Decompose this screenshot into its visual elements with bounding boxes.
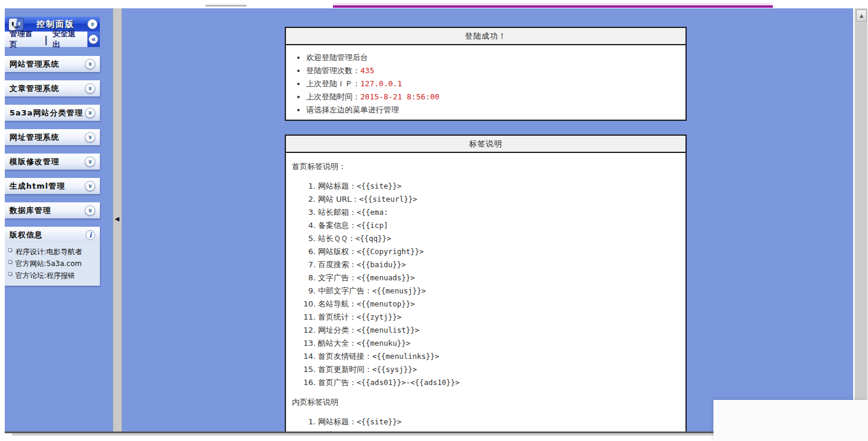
- expand-button[interactable]: »: [85, 83, 95, 93]
- sidebar-resize-handle[interactable]: ◀: [113, 8, 122, 431]
- list-item: 站长邮箱：<{{ema:: [318, 206, 680, 219]
- template-tag: <{{menuku}}>: [357, 339, 410, 348]
- chevron-double-left-icon: «: [91, 36, 96, 43]
- list-item: 欢迎登陆管理后台: [306, 51, 680, 64]
- list-item: 官方论坛:程序报错: [8, 270, 96, 282]
- list-item: 首页统计：<{{zytj}}>: [318, 311, 680, 324]
- square-bullet-icon: [8, 248, 12, 252]
- list-item: 站长ＱＱ：<{{qq}}>: [318, 232, 680, 245]
- list-item: 首页广告：<{{ads01}}>-<{{ads10}}>: [318, 376, 680, 389]
- panel-body: 欢迎登陆管理后台 登陆管理次数：435 上次登陆ＩＰ：127.0.0.1 上次登…: [286, 45, 685, 118]
- list-item: 首页更新时间：<{{sysj}}>: [318, 363, 680, 376]
- menu-label: 数据库管理: [10, 205, 85, 216]
- menu-label: 网站管理系统: [10, 59, 85, 70]
- chevron-double-down-icon: »: [86, 111, 93, 115]
- list-item: 百度搜索：<{{baidu}}>: [318, 258, 680, 271]
- chevron-double-down-icon: »: [86, 86, 93, 91]
- chevron-double-down-icon: »: [86, 184, 93, 189]
- template-tag: <{{menuads}}>: [357, 273, 415, 282]
- copyright-box: 版权信息 i 程序设计:电影导航者 官方网站:5a3a.com 官方论坛:程序报…: [5, 227, 100, 286]
- copyright-text: 官方论坛:程序报错: [15, 270, 75, 282]
- expand-button[interactable]: »: [85, 157, 95, 167]
- decorative-purple-bar: [333, 5, 773, 8]
- workspace: 控制面版 » 管理首页 | 安全退出 « 网站管理系统 » 文章管理系统 » 5…: [5, 8, 853, 431]
- template-tag: <{{icp]: [357, 221, 388, 230]
- overlay-blank-box: [713, 400, 868, 441]
- home-tags-list: 网站标题：<{{site}}> 网站 URL：<{{siteurl}}> 站长邮…: [292, 180, 680, 389]
- menu-label: 5a3a网站分类管理: [10, 108, 85, 118]
- menu-label: 模版修改管理: [10, 157, 85, 167]
- template-tag: <{{site}}>: [357, 417, 401, 426]
- panel-body: 首页标签说明： 网站标题：<{{site}}> 网站 URL：<{{siteur…: [286, 153, 685, 431]
- chevron-double-down-icon: »: [86, 159, 93, 164]
- list-item: 上次登陆时间：2015-8-21 8:56:00: [306, 90, 680, 104]
- nav-admin-home-link[interactable]: 管理首页: [5, 29, 44, 50]
- chevron-double-down-icon: »: [86, 135, 93, 140]
- tag-description-panel: 标签说明 首页标签说明： 网站标题：<{{site}}> 网站 URL：<{{s…: [285, 135, 687, 431]
- sidebar-item-category-management[interactable]: 5a3a网站分类管理 »: [5, 105, 100, 121]
- sidebar-hide-button[interactable]: «: [89, 35, 98, 44]
- panel-title: 标签说明: [286, 136, 685, 153]
- copyright-text: 程序设计:电影导航者: [15, 246, 82, 258]
- sidebar-item-html-generation[interactable]: 生成html管理 »: [5, 178, 100, 194]
- last-time-value: 2015-8-21 8:56:00: [360, 92, 439, 101]
- template-tag: <{{menusj}}>: [372, 286, 426, 295]
- sidebar-collapse-all-button[interactable]: »: [87, 19, 98, 29]
- sidebar-item-url-management[interactable]: 网址管理系统 »: [5, 129, 100, 145]
- copyright-body: 程序设计:电影导航者 官方网站:5a3a.com 官方论坛:程序报错: [5, 243, 100, 286]
- square-bullet-icon: [8, 272, 12, 276]
- expand-button[interactable]: »: [85, 108, 95, 118]
- copyright-text: 官方网站:5a3a.com: [15, 258, 81, 270]
- list-item: 上次登陆ＩＰ：127.0.0.1: [306, 77, 680, 90]
- list-item: 备案信息：<{{icp]: [318, 219, 680, 232]
- sidebar-nav: 管理首页 | 安全退出 «: [5, 32, 100, 47]
- list-item: 官方网站:5a3a.com: [8, 258, 96, 270]
- info-icon[interactable]: i: [86, 230, 95, 240]
- list-item: 网站 URL：<{{siteurl}}>: [318, 193, 680, 206]
- panel-title: 登陆成功！: [286, 28, 685, 45]
- nav-logout-link[interactable]: 安全退出: [48, 29, 87, 50]
- list-item: 名站导航：<{{menutop}}>: [318, 298, 680, 311]
- expand-button[interactable]: »: [85, 181, 95, 191]
- sidebar-item-database-management[interactable]: 数据库管理 »: [5, 202, 100, 218]
- expand-button[interactable]: »: [85, 205, 95, 215]
- sidebar-item-article-management[interactable]: 文章管理系统 »: [5, 80, 100, 96]
- chevron-double-down-icon: »: [89, 22, 96, 27]
- expand-button[interactable]: »: [85, 132, 95, 142]
- template-tag: <{{sysj}}>: [372, 365, 417, 374]
- list-item: 中部文字广告：<{{menusj}}>: [318, 284, 680, 298]
- copyright-title: 版权信息: [10, 230, 86, 240]
- template-tag: <{{menulinks}}>: [372, 352, 439, 361]
- list-item: 请选择左边的菜单进行管理: [306, 104, 680, 117]
- menu-label: 文章管理系统: [10, 83, 85, 94]
- vertical-scrollbar[interactable]: ▲: [854, 8, 867, 431]
- template-tag: <{{menutop}}>: [357, 299, 415, 308]
- list-item: 登陆管理次数：435: [306, 64, 680, 77]
- sidebar-item-template-management[interactable]: 模版修改管理 »: [5, 154, 100, 170]
- list-item: 文字广告：<{{menuads}}>: [318, 271, 680, 284]
- copyright-header: 版权信息 i: [5, 227, 100, 243]
- template-tag: <{{baidu}}>: [357, 260, 406, 269]
- list-item: 首页友情链接：<{{menulinks}}>: [318, 350, 680, 363]
- last-ip-value: 127.0.0.1: [360, 79, 402, 88]
- scroll-up-button[interactable]: ▲: [856, 10, 867, 21]
- collapse-left-icon[interactable]: ◀: [115, 215, 119, 222]
- list-item: 网址分类：<{{menulist}}>: [318, 324, 680, 337]
- expand-button[interactable]: »: [85, 59, 95, 69]
- template-tag: <{{ema:: [357, 208, 388, 217]
- chevron-double-down-icon: »: [86, 62, 93, 67]
- inner-tags-list: 网站标题：<{{site}}> 网站 URL：<{{siteurl}}>: [292, 415, 680, 431]
- menu-label: 生成html管理: [10, 181, 85, 192]
- window-drag-handle: [205, 5, 247, 7]
- inner-tags-section-title: 内页标签说明: [292, 396, 680, 408]
- sidebar-title: 控制面版: [24, 19, 87, 30]
- menu-label: 网址管理系统: [10, 132, 85, 143]
- list-item: 网站版权：<{{Copyright}}>: [318, 245, 680, 258]
- list-item: 网站标题：<{{site}}>: [318, 415, 680, 429]
- login-count-value: 435: [360, 66, 374, 75]
- template-tag: <{{ads01}}>-<{{ads10}}>: [357, 378, 460, 387]
- list-item: 网站标题：<{{site}}>: [318, 180, 680, 193]
- sidebar-item-site-management[interactable]: 网站管理系统 »: [5, 56, 100, 72]
- login-success-panel: 登陆成功！ 欢迎登陆管理后台 登陆管理次数：435 上次登陆ＩＰ：127.0.0…: [285, 27, 687, 121]
- template-tag: <{{zytj}}>: [357, 312, 401, 321]
